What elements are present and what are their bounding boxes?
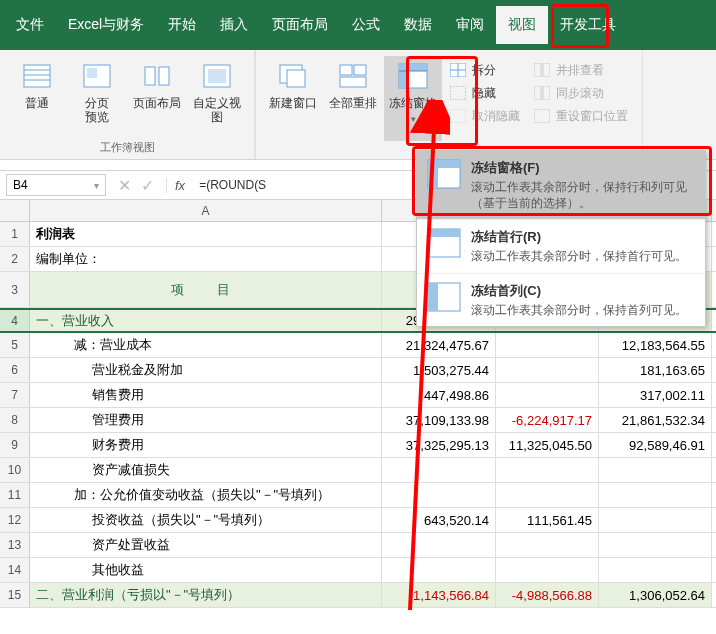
cancel-formula-icon[interactable]: ✕: [118, 176, 131, 195]
cell[interactable]: 资产处置收益: [30, 533, 382, 557]
tab-view[interactable]: 视图: [496, 6, 548, 44]
tab-home[interactable]: 开始: [156, 6, 208, 44]
column-header-a[interactable]: A: [30, 200, 382, 221]
cell[interactable]: [599, 533, 712, 557]
row-12: 12投资收益（损失以"－"号填列）643,520.14111,561.45: [0, 508, 716, 533]
freeze-first-col-option[interactable]: 冻结首列(C)滚动工作表其余部分时，保持首列可见。: [417, 274, 705, 326]
hide-button[interactable]: 隐藏: [446, 83, 524, 104]
cell[interactable]: -1,143,566.84: [382, 583, 496, 607]
cell[interactable]: 92,589,46.91: [599, 433, 712, 457]
cell[interactable]: 一、营业收入: [30, 310, 382, 331]
cell[interactable]: 投资收益（损失以"－"号填列）: [30, 508, 382, 532]
cell[interactable]: 销售费用: [30, 383, 382, 407]
row-header[interactable]: 1: [0, 222, 30, 246]
row-header[interactable]: 2: [0, 247, 30, 271]
select-all-corner[interactable]: [0, 200, 30, 221]
cell[interactable]: 减：营业成本: [30, 333, 382, 357]
freeze-panes-button[interactable]: 冻结窗格 ▾: [384, 56, 442, 141]
cell[interactable]: 资产减值损失: [30, 458, 382, 482]
cell[interactable]: [496, 558, 599, 582]
cell[interactable]: -6,224,917.17: [496, 408, 599, 432]
cell[interactable]: [496, 533, 599, 557]
tab-insert[interactable]: 插入: [208, 6, 260, 44]
custom-views-button[interactable]: 自定义视图: [188, 56, 246, 138]
row-header[interactable]: 6: [0, 358, 30, 382]
cell[interactable]: 1,306,052.64: [599, 583, 712, 607]
tab-excel-finance[interactable]: Excel与财务: [56, 6, 156, 44]
cell[interactable]: [382, 483, 496, 507]
cell[interactable]: [496, 358, 599, 382]
row-header[interactable]: 8: [0, 408, 30, 432]
cell[interactable]: 643,520.14: [382, 508, 496, 532]
cell[interactable]: [599, 483, 712, 507]
cell[interactable]: 1,503,275.44: [382, 358, 496, 382]
cell[interactable]: 编制单位：: [30, 247, 382, 271]
freeze-top-row-option[interactable]: 冻结首行(R)滚动工作表其余部分时，保持首行可见。: [417, 220, 705, 273]
cell[interactable]: 加：公允价值变动收益（损失以"－"号填列）: [30, 483, 382, 507]
cell[interactable]: 12,183,564.55: [599, 333, 712, 357]
cell[interactable]: -4,988,566.88: [496, 583, 599, 607]
row-header[interactable]: 11: [0, 483, 30, 507]
cell[interactable]: 项 目: [30, 272, 382, 307]
arrange-all-button[interactable]: 全部重排: [324, 56, 382, 141]
row-header[interactable]: 10: [0, 458, 30, 482]
cell[interactable]: [599, 458, 712, 482]
row-header[interactable]: 7: [0, 383, 30, 407]
cell[interactable]: [496, 383, 599, 407]
tab-data[interactable]: 数据: [392, 6, 444, 44]
cell[interactable]: 37,325,295.13: [382, 433, 496, 457]
tab-formulas[interactable]: 公式: [340, 6, 392, 44]
cell[interactable]: 447,498.86: [382, 383, 496, 407]
fx-label-icon[interactable]: fx: [166, 178, 193, 193]
cell[interactable]: 利润表: [30, 222, 382, 246]
cell[interactable]: 11,325,045.50: [496, 433, 599, 457]
cell[interactable]: 财务费用: [30, 433, 382, 457]
row-header[interactable]: 12: [0, 508, 30, 532]
cell[interactable]: 管理费用: [30, 408, 382, 432]
freeze-panes-option[interactable]: 冻结窗格(F)滚动工作表其余部分时，保持行和列可见（基于当前的选择）。: [417, 151, 705, 220]
svg-rect-36: [428, 283, 438, 311]
row-header[interactable]: 15: [0, 583, 30, 607]
cell[interactable]: [496, 333, 599, 357]
accept-formula-icon[interactable]: ✓: [141, 176, 154, 195]
cell[interactable]: [496, 458, 599, 482]
tab-page-layout[interactable]: 页面布局: [260, 6, 340, 44]
row-header[interactable]: 14: [0, 558, 30, 582]
svg-rect-7: [159, 67, 169, 85]
new-window-button[interactable]: 新建窗口: [264, 56, 322, 141]
freeze-panes-option-icon: [427, 159, 461, 189]
cell[interactable]: [382, 533, 496, 557]
cell[interactable]: 181,163.65: [599, 358, 712, 382]
tab-review[interactable]: 审阅: [444, 6, 496, 44]
row-header[interactable]: 13: [0, 533, 30, 557]
cell[interactable]: [599, 508, 712, 532]
normal-view-button[interactable]: 普通: [8, 56, 66, 138]
row-header[interactable]: 9: [0, 433, 30, 457]
page-layout-icon: [141, 60, 173, 92]
cell[interactable]: 营业税金及附加: [30, 358, 382, 382]
page-break-preview-button[interactable]: 分页 预览: [68, 56, 126, 138]
cell[interactable]: [496, 483, 599, 507]
cell[interactable]: 111,561.45: [496, 508, 599, 532]
row-13: 13资产处置收益: [0, 533, 716, 558]
cell[interactable]: 二、营业利润（亏损以"－"号填列）: [30, 583, 382, 607]
cell[interactable]: 21,324,475.67: [382, 333, 496, 357]
formula-input[interactable]: [193, 174, 355, 196]
cell[interactable]: 317,002.11: [599, 383, 712, 407]
row-header[interactable]: 4: [0, 310, 30, 331]
row-15: 15二、营业利润（亏损以"－"号填列）-1,143,566.84-4,988,5…: [0, 583, 716, 608]
tab-file[interactable]: 文件: [4, 6, 56, 44]
name-box[interactable]: B4▾: [6, 174, 106, 196]
cell[interactable]: 37,109,133.98: [382, 408, 496, 432]
cell[interactable]: [599, 558, 712, 582]
cell[interactable]: [382, 558, 496, 582]
row-header[interactable]: 3: [0, 272, 30, 307]
split-button[interactable]: 拆分: [446, 60, 524, 81]
unhide-button: 取消隐藏: [446, 106, 524, 127]
cell[interactable]: 其他收益: [30, 558, 382, 582]
cell[interactable]: 21,861,532.34: [599, 408, 712, 432]
row-header[interactable]: 5: [0, 333, 30, 357]
tab-developer[interactable]: 开发工具: [548, 6, 628, 44]
cell[interactable]: [382, 458, 496, 482]
page-layout-view-button[interactable]: 页面布局: [128, 56, 186, 138]
